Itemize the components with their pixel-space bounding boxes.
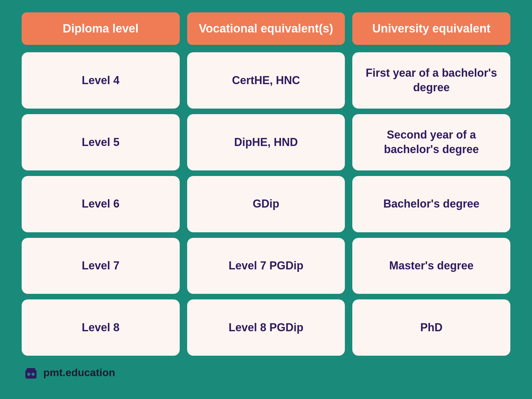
cell-vocational-1: DipHE, HND [187,114,345,170]
table-body: Level 4 CertHE, HNC First year of a bach… [22,52,510,356]
cell-vocational-0: CertHE, HNC [187,52,345,109]
cell-level-2: Level 6 [22,176,180,232]
cell-vocational-2: GDip [187,176,345,232]
cell-university-4: PhD [352,299,510,356]
cell-level-4: Level 8 [22,299,180,356]
cell-level-0: Level 4 [22,52,180,109]
cell-vocational-3: Level 7 PGDip [187,238,345,294]
cell-level-1: Level 5 [22,114,180,170]
header-vocational: Vocational equivalent(s) [187,12,345,45]
cell-university-3: Master's degree [352,238,510,294]
svg-rect-1 [27,368,35,371]
pmt-icon [23,364,39,380]
cell-university-1: Second year of a bachelor's degree [352,114,510,170]
cell-university-2: Bachelor's degree [352,176,510,232]
brand-logo: pmt.education [23,364,115,380]
brand-name: pmt.education [43,367,115,379]
table-row: Level 6 GDip Bachelor's degree [22,176,510,232]
footer: pmt.education [22,364,510,380]
cell-vocational-4: Level 8 PGDip [187,299,345,356]
table-row: Level 5 DipHE, HND Second year of a bach… [22,114,510,170]
svg-point-3 [31,372,35,376]
table-row: Level 8 Level 8 PGDip PhD [22,299,510,356]
header-university: University equivalent [352,12,510,45]
header-diploma: Diploma level [22,12,180,45]
table-header: Diploma level Vocational equivalent(s) U… [22,12,510,45]
table-row: Level 4 CertHE, HNC First year of a bach… [22,52,510,109]
table-row: Level 7 Level 7 PGDip Master's degree [22,238,510,294]
main-table: Diploma level Vocational equivalent(s) U… [22,12,510,356]
cell-level-3: Level 7 [22,238,180,294]
svg-point-2 [27,372,31,376]
cell-university-0: First year of a bachelor's degree [352,52,510,109]
